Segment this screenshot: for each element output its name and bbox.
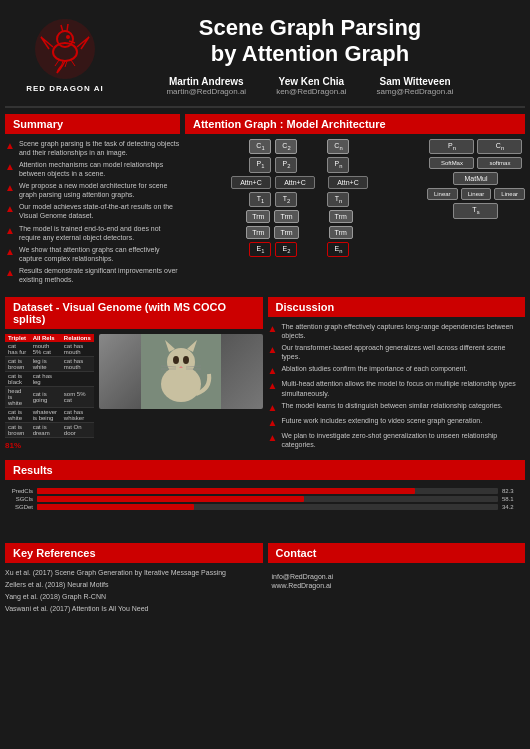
td-3-2: cat has leg bbox=[30, 372, 61, 387]
bar-row-3: SGDet 34.2 bbox=[8, 504, 522, 510]
td-4-2: cat is going bbox=[30, 387, 61, 408]
softmax-node: SoftMax bbox=[429, 157, 474, 169]
e2-node: E2 bbox=[275, 242, 297, 257]
td-2-3: cat has mouth bbox=[61, 357, 95, 372]
linear3-node: Linear bbox=[494, 188, 525, 200]
summary-bullet-5: ▲ The model is trained end-to-end and do… bbox=[5, 224, 180, 242]
results-header: Results bbox=[5, 460, 525, 480]
svg-point-3 bbox=[66, 35, 70, 39]
table-row: cat is black cat has leg bbox=[5, 372, 94, 387]
bar-track-3 bbox=[37, 504, 498, 510]
references-list: Xu et al. (2017) Scene Graph Generation … bbox=[5, 568, 263, 613]
summary-text-3: We propose a new model architecture for … bbox=[19, 181, 180, 199]
dataset-content: Triplet All Rels Relations cat has fur m… bbox=[5, 334, 263, 450]
author-3-name: Sam Witteveen bbox=[377, 76, 454, 87]
td-6-3: cat On door bbox=[61, 423, 95, 438]
td-3-3 bbox=[61, 372, 95, 387]
trm2-n-node: Trm bbox=[329, 226, 353, 239]
disc-bullet-icon-3: ▲ bbox=[268, 365, 278, 376]
en-node: En bbox=[327, 242, 349, 257]
summary-text-2: Attention mechanisms can model relations… bbox=[19, 160, 180, 178]
trm1-n-node: Trm bbox=[329, 210, 353, 223]
summary-text-4: Our model achieves state-of-the-art resu… bbox=[19, 202, 180, 220]
attn1-node: Attn+C bbox=[231, 176, 271, 189]
right-top-row: Pn Cn bbox=[429, 139, 522, 154]
dataset-left: Dataset - Visual Genome (with MS COCO sp… bbox=[5, 297, 263, 452]
attn2-node: Attn+C bbox=[275, 176, 315, 189]
contact-website: www.RedDragon.ai bbox=[272, 581, 522, 590]
results-section: Results PredCls 82.3 SGCls 58.1 SGDet bbox=[5, 460, 525, 535]
logo-text: RED DRAGON AI bbox=[26, 84, 104, 93]
key-references-header: Key References bbox=[5, 543, 263, 563]
right-column: Attention Graph : Model Architecture C1 … bbox=[185, 114, 525, 292]
disc-bullet-icon-4: ▲ bbox=[268, 380, 278, 391]
matmul-node: MatMul bbox=[453, 172, 498, 185]
header: RED DRAGON AI Scene Graph Parsing by Att… bbox=[5, 5, 525, 108]
bar-label-2: SGCls bbox=[8, 496, 33, 502]
disc-text-6: Future work includes extending to video … bbox=[281, 416, 482, 425]
tn-node: Tn bbox=[327, 192, 349, 207]
linear1-node: Linear bbox=[427, 188, 458, 200]
author-3: Sam Witteveen samg@RedDragon.ai bbox=[377, 76, 454, 96]
dataset-section: Dataset - Visual Genome (with MS COCO sp… bbox=[5, 297, 525, 452]
disc-bullet-7: ▲ We plan to investigate zero-shot gener… bbox=[268, 431, 526, 449]
results-bars: PredCls 82.3 SGCls 58.1 SGDet 34.2 bbox=[5, 485, 525, 535]
discussion-header: Discussion bbox=[268, 297, 526, 317]
summary-bullet-6: ▲ We show that attention graphs can effe… bbox=[5, 245, 180, 263]
t1-node: T1 bbox=[249, 192, 271, 207]
dataset-table: Triplet All Rels Relations cat has fur m… bbox=[5, 334, 94, 438]
bullet-icon-2: ▲ bbox=[5, 161, 15, 172]
col-allrels: All Rels bbox=[30, 334, 61, 342]
ref-1: Xu et al. (2017) Scene Graph Generation … bbox=[5, 568, 263, 577]
table-row: cat has fur mouth 5% cat cat has mouth bbox=[5, 342, 94, 357]
disc-text-2: Our transformer-based approach generaliz… bbox=[281, 343, 525, 361]
e1-node: E1 bbox=[249, 242, 271, 257]
arch-container: C1 C2 Cn P1 P2 Pn bbox=[185, 139, 525, 261]
td-6-2: cat is dream bbox=[30, 423, 61, 438]
trm1-2-node: Trm bbox=[274, 210, 298, 223]
bar-track-2 bbox=[37, 496, 498, 502]
attention-graph-section: Attention Graph : Model Architecture C1 … bbox=[185, 114, 525, 261]
linear2-node: Linear bbox=[461, 188, 492, 200]
bar-row-2: SGCls 58.1 bbox=[8, 496, 522, 502]
attn-nodes-row: Attn+C Attn+C Attn+C bbox=[185, 176, 414, 189]
logo-icon bbox=[33, 17, 98, 82]
logo-area: RED DRAGON AI bbox=[20, 17, 110, 93]
ts-node: Ts bbox=[453, 203, 498, 218]
bar-val-3: 34.2 bbox=[502, 504, 522, 510]
main-title: Scene Graph Parsing by Attention Graph bbox=[110, 15, 510, 68]
summary-section: Summary ▲ Scene graph parsing is the tas… bbox=[5, 114, 180, 284]
col-relations: Relations bbox=[61, 334, 95, 342]
c2-node: C2 bbox=[275, 139, 297, 154]
table-row: cat is white whatever is being cat has w… bbox=[5, 408, 94, 423]
cn-node: Cn bbox=[327, 139, 349, 154]
svg-point-6 bbox=[167, 348, 195, 376]
col-triplet: Triplet bbox=[5, 334, 30, 342]
disc-bullet-3: ▲ Ablation studies confirm the importanc… bbox=[268, 364, 526, 376]
right-cn-node: Cn bbox=[477, 139, 522, 154]
disc-bullet-icon-7: ▲ bbox=[268, 432, 278, 443]
td-3-1: cat is black bbox=[5, 372, 30, 387]
td-1-3: cat has mouth bbox=[61, 342, 95, 357]
author-3-email: samg@RedDragon.ai bbox=[377, 87, 454, 96]
summary-header: Summary bbox=[5, 114, 180, 134]
ref-3: Yang et al. (2018) Graph R-CNN bbox=[5, 592, 263, 601]
linear-row: Linear Linear Linear bbox=[427, 188, 525, 200]
disc-bullet-5: ▲ The model learns to distinguish betwee… bbox=[268, 401, 526, 413]
bar-fill-1 bbox=[37, 488, 415, 494]
dataset-stats: 81% bbox=[5, 441, 94, 450]
trm2-1-node: Trm bbox=[246, 226, 270, 239]
e-nodes-row: E1 E2 En bbox=[185, 242, 414, 257]
td-5-2: whatever is being bbox=[30, 408, 61, 423]
disc-bullet-icon-2: ▲ bbox=[268, 344, 278, 355]
disc-bullet-2: ▲ Our transformer-based approach general… bbox=[268, 343, 526, 361]
p1-node: P1 bbox=[249, 157, 271, 172]
table-row: cat is brown cat is dream cat On door bbox=[5, 423, 94, 438]
arch-right-panel: Pn Cn SoftMax softmax MatMul Linear Line… bbox=[422, 139, 525, 261]
table-row: cat is brown leg is white cat has mouth bbox=[5, 357, 94, 372]
right-pn-node: Pn bbox=[429, 139, 474, 154]
td-4-3: som 5% cat bbox=[61, 387, 95, 408]
contact-header: Contact bbox=[268, 543, 526, 563]
title-area: Scene Graph Parsing by Attention Graph M… bbox=[110, 15, 510, 96]
disc-bullet-4: ▲ Multi-head attention allows the model … bbox=[268, 379, 526, 397]
